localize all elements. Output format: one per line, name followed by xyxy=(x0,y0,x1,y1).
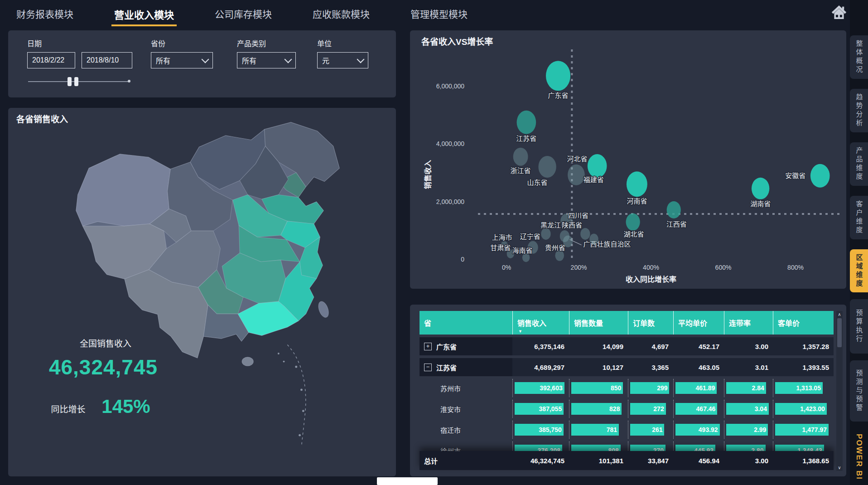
sidebar-tab-7[interactable]: 预测与预警 xyxy=(850,360,868,422)
bubble-label: 安徽省 xyxy=(785,172,805,179)
sidebar-tab-3[interactable]: 产品维度 xyxy=(850,142,868,186)
bubble-浙江省[interactable] xyxy=(513,148,528,166)
nav-tab-2[interactable]: 营业收入模块 xyxy=(111,6,177,26)
bubble-label: 辽宁省 xyxy=(520,233,540,240)
date-slider-handle-end[interactable] xyxy=(74,77,78,86)
province-label: 省份 xyxy=(151,38,165,48)
y-tick: 2,000,000 xyxy=(436,198,464,205)
nav-tab-1[interactable]: 财务报表模块 xyxy=(14,6,76,24)
bubble-安徽省[interactable] xyxy=(810,164,830,188)
y-axis-title: 销售收入 xyxy=(424,160,432,189)
sidebar-tab-4[interactable]: 客户维度 xyxy=(850,196,868,239)
column-header-7[interactable]: 客单价 xyxy=(773,311,834,335)
date-to-input[interactable]: 2018/8/10 xyxy=(82,52,132,68)
column-header-3[interactable]: 销售数量 xyxy=(569,311,628,335)
bubble-河北省[interactable] xyxy=(568,165,585,185)
map-region-hainan[interactable] xyxy=(242,357,253,366)
sidebar-tab-5[interactable]: 区域维度 xyxy=(850,249,868,292)
bubble-label: 江苏省 xyxy=(516,135,536,142)
table-row-广东省[interactable]: +广东省6,375,14614,0994,697452.173.001,357.… xyxy=(420,337,834,355)
column-header-6[interactable]: 连带率 xyxy=(724,311,773,335)
home-icon[interactable] xyxy=(830,4,848,21)
date-label: 日期 xyxy=(27,38,42,48)
footer-total-value: 3.00 xyxy=(724,451,773,470)
sales-map-panel: 各省销售收入 xyxy=(8,108,396,476)
data-bar: 2.99 xyxy=(726,424,768,436)
date-from-input[interactable]: 2018/2/22 xyxy=(27,52,75,68)
map-island-dots xyxy=(278,353,304,436)
collapse-icon[interactable]: − xyxy=(424,364,432,371)
footer-total-label: 总计 xyxy=(420,451,512,470)
footer-total-value: 33,847 xyxy=(628,451,673,470)
national-sales-value: 46,324,745 xyxy=(35,355,171,379)
sort-desc-icon[interactable]: ▼ xyxy=(518,329,522,334)
bubble-广东省[interactable] xyxy=(546,61,570,91)
bubble-label: 山东省 xyxy=(527,179,548,186)
unit-label: 单位 xyxy=(317,38,332,48)
y-tick: 4,000,000 xyxy=(436,140,464,147)
data-bar: 781 xyxy=(571,424,619,436)
column-header-4[interactable]: 订单数 xyxy=(628,311,673,335)
right-sidebar: POWER BI 整体概况趋势分析产品维度客户维度区域维度预算执行预测与预警 xyxy=(850,0,868,485)
province-dropdown[interactable]: 所有 xyxy=(151,52,213,68)
unit-dropdown-value: 元 xyxy=(322,55,329,66)
table-scrollbar[interactable]: ∧ ∨ xyxy=(836,311,843,471)
x-tick: 800% xyxy=(787,264,804,271)
nav-tab-4[interactable]: 应收账款模块 xyxy=(310,6,372,24)
category-dropdown-value: 所有 xyxy=(242,55,256,66)
sidebar-tab-2[interactable]: 趋势分析 xyxy=(850,89,868,132)
x-tick: 200% xyxy=(571,264,587,271)
powerbi-brand: POWER BI xyxy=(850,430,868,484)
data-bar: 385,750 xyxy=(515,424,564,436)
map-region-taiwan[interactable] xyxy=(317,300,331,319)
date-slider-handle-start[interactable] xyxy=(68,77,72,86)
bubble-广西壮族自治区[interactable] xyxy=(563,235,573,247)
bubble-label: 陕西省 xyxy=(562,221,582,229)
x-tick: 400% xyxy=(643,264,659,271)
scrollbar-thumb[interactable] xyxy=(837,318,842,347)
table-row-江苏省[interactable]: −江苏省4,689,29710,1273,365463.053.011,393.… xyxy=(420,358,834,376)
bubble-山东省[interactable] xyxy=(538,156,556,178)
nav-tab-5[interactable]: 管理模型模块 xyxy=(408,6,470,24)
y-tick: 0 xyxy=(461,256,464,263)
scatter-panel: 各省收入VS增长率 02,000,0004,000,0006,000,0000%… xyxy=(410,30,846,289)
data-bar: 461.89 xyxy=(675,382,717,394)
bubble-unlabeled-20[interactable] xyxy=(580,228,590,240)
scroll-up-icon[interactable]: ∧ xyxy=(836,312,843,317)
bubble-福建省[interactable] xyxy=(588,154,607,178)
bubble-unlabeled-21[interactable] xyxy=(589,233,598,244)
x-tick: 0% xyxy=(502,264,511,271)
nav-tab-3[interactable]: 公司库存模块 xyxy=(212,6,275,24)
column-header-5[interactable]: 平均单价 xyxy=(673,311,724,335)
sidebar-tab-1[interactable]: 整体概况 xyxy=(850,35,868,79)
bubble-湖南省[interactable] xyxy=(752,178,769,199)
unit-dropdown[interactable]: 元 xyxy=(317,52,368,68)
data-bar: 387,055 xyxy=(515,403,564,415)
bubble-河南省[interactable] xyxy=(627,171,647,197)
column-header-2[interactable]: 销售收入▼ xyxy=(512,311,569,335)
table-row-苏州市[interactable]: 苏州市392,603850299461.892.841,313.05 xyxy=(420,379,834,397)
filter-panel: 日期 省份 产品类别 单位 2018/2/22 2018/8/10 所有 所有 … xyxy=(8,30,396,97)
page-indicator[interactable] xyxy=(377,477,438,485)
province-table-panel: 省销售收入▼销售数量订单数平均单价连带率客单价+广东省6,375,14614,0… xyxy=(410,305,846,476)
bubble-江西省[interactable] xyxy=(667,201,681,218)
bubble-label: 湖南省 xyxy=(750,200,771,208)
bubble-江苏省[interactable] xyxy=(517,111,536,134)
chevron-down-icon xyxy=(357,55,365,63)
scroll-down-icon[interactable]: ∨ xyxy=(836,465,843,470)
category-dropdown[interactable]: 所有 xyxy=(237,52,296,68)
bubble-label: 江西省 xyxy=(666,220,687,228)
column-header-1[interactable]: 省 xyxy=(420,311,512,335)
bubble-黑龙江省[interactable] xyxy=(541,228,550,240)
expand-icon[interactable]: + xyxy=(424,343,432,350)
table-row-淮安市[interactable]: 淮安市387,055828272467.463.041,423.00 xyxy=(420,400,834,418)
yoy-growth-value: 145% xyxy=(94,396,158,417)
date-slider-track[interactable] xyxy=(28,81,129,82)
bubble-湖北省[interactable] xyxy=(626,213,640,231)
sidebar-tab-6[interactable]: 预算执行 xyxy=(850,299,868,354)
map-region-northwest[interactable] xyxy=(76,154,170,226)
table-row-宿迁市[interactable]: 宿迁市385,750781261493.922.991,477.97 xyxy=(420,421,834,439)
data-bar: 1,423.00 xyxy=(775,403,827,415)
bubble-贵州省[interactable] xyxy=(555,250,564,261)
chevron-down-icon xyxy=(285,55,292,63)
